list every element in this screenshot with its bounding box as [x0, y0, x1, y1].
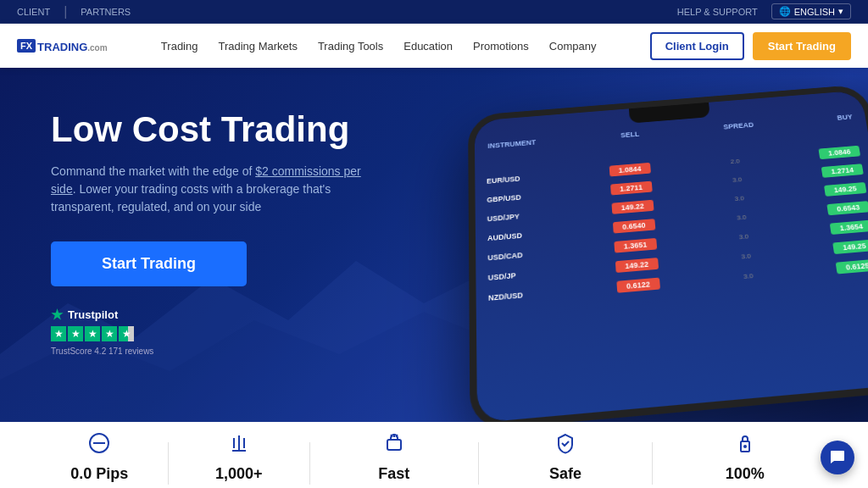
safe-value: Safe	[549, 465, 581, 483]
pair-name: NZD/USD	[488, 290, 541, 302]
divider-3	[478, 442, 479, 485]
hero-content: Low Cost Trading Command the market with…	[51, 110, 407, 356]
language-button[interactable]: 🌐 ENGLISH ▾	[771, 3, 851, 19]
ask-button[interactable]: 1.3654	[830, 220, 868, 235]
fast-value: Fast	[378, 465, 409, 483]
nav-promotions[interactable]: Promotions	[473, 40, 529, 53]
spread-value: 2.0	[722, 157, 748, 165]
tp-stars: ★ ★ ★ ★ ★	[51, 326, 407, 341]
divider-1	[168, 442, 169, 485]
pair-name: USD/JP	[488, 269, 540, 282]
phone-device: INSTRUMENT SELL SPREAD BUY EUR/USD 1.084…	[468, 84, 868, 422]
stat-segregation: 100% Segregation Client Funds	[693, 431, 798, 489]
ask-button[interactable]: 149.25	[832, 239, 868, 254]
top-bar: CLIENT | PARTNERS HELP & SUPPORT 🌐 ENGLI…	[0, 0, 868, 24]
phone-col-pair: INSTRUMENT	[487, 138, 536, 149]
phone-mockup: INSTRUMENT SELL SPREAD BUY EUR/USD 1.084…	[468, 84, 868, 422]
help-text: HELP & SUPPORT	[677, 7, 758, 17]
segregation-value: 100%	[726, 465, 765, 483]
spread-value: 3.0	[733, 251, 760, 260]
phone-col-ask: BUY	[837, 113, 853, 121]
phone-col-spread: SPREAD	[723, 121, 754, 131]
bid-button[interactable]: 1.3651	[614, 238, 657, 253]
spread-value: 3.0	[731, 231, 757, 241]
svg-point-11	[743, 445, 747, 448]
stat-fast: Fast Deposit & Withdrawal	[349, 431, 438, 489]
logo-fx: FX	[20, 41, 32, 51]
spread-value: 3.0	[725, 175, 750, 184]
tp-star-3: ★	[85, 326, 100, 341]
pair-name: EUR/USD	[487, 174, 537, 186]
start-trading-nav-button[interactable]: Start Trading	[753, 32, 851, 60]
divider-2	[309, 442, 310, 485]
trustpilot-label: ★ Trustpilot	[51, 307, 407, 323]
ask-button[interactable]: 1.2714	[821, 164, 864, 178]
trustpilot: ★ Trustpilot ★ ★ ★ ★ ★ TrustScore 4.2 17…	[51, 307, 407, 356]
client-login-button[interactable]: Client Login	[650, 32, 744, 60]
divider: |	[64, 4, 67, 19]
pips-icon	[87, 431, 111, 460]
chat-icon	[829, 449, 846, 466]
spread-value: 3.0	[726, 193, 752, 202]
bid-button[interactable]: 1.0844	[609, 163, 650, 177]
pair-name: USD/CAD	[487, 250, 539, 263]
phone-trading-list: EUR/USD 1.0844 2.0 1.0846 GBP/USD 1.2711…	[481, 142, 868, 308]
nav-company[interactable]: Company	[549, 40, 597, 53]
stats-bar: 0.0 Pips Raw Spread 1,000+ CFDs products	[0, 422, 868, 488]
top-bar-left: CLIENT | PARTNERS	[17, 4, 131, 19]
spread-value: 3.0	[735, 271, 761, 280]
nav-education[interactable]: Education	[403, 40, 453, 53]
segregation-icon	[733, 431, 757, 460]
navigation: FX TRADING.com Trading Trading Markets T…	[0, 24, 868, 68]
pair-name: GBP/USD	[487, 192, 537, 204]
pair-name: USD/JPY	[487, 211, 538, 223]
logo-trading-text: TRADING.com	[37, 37, 108, 55]
stat-cfds: 1,000+ CFDs products	[208, 431, 270, 489]
bid-button[interactable]: 149.22	[611, 200, 654, 214]
ask-button[interactable]: 149.25	[824, 182, 866, 197]
start-trading-hero-button[interactable]: Start Trading	[51, 241, 247, 286]
ask-button[interactable]: 0.6543	[826, 201, 868, 215]
trustpilot-star-icon: ★	[51, 307, 63, 323]
divider-4	[652, 442, 653, 485]
fast-icon	[382, 431, 406, 460]
bid-button[interactable]: 0.6540	[613, 219, 655, 233]
logo-fx-box: FX	[17, 39, 36, 53]
lang-label: ENGLISH	[794, 7, 835, 17]
nav-trading-tools[interactable]: Trading Tools	[318, 40, 383, 53]
ask-button[interactable]: 1.0846	[818, 146, 860, 159]
phone-col-bid: SELL	[620, 130, 640, 140]
trustpilot-score: TrustScore 4.2 171 reviews	[51, 347, 407, 356]
hero-title: Low Cost Trading	[51, 110, 407, 149]
nav-actions: Client Login Start Trading	[650, 32, 851, 60]
trustpilot-name: Trustpilot	[68, 308, 118, 321]
logo[interactable]: FX TRADING.com	[17, 37, 108, 55]
nav-links: Trading Trading Markets Trading Tools Ed…	[161, 40, 597, 53]
bid-button[interactable]: 149.22	[615, 258, 659, 273]
tp-star-1: ★	[51, 326, 66, 341]
nav-trading[interactable]: Trading	[161, 40, 198, 53]
hero-section: Low Cost Trading Command the market with…	[0, 68, 868, 422]
chat-bubble[interactable]	[821, 441, 854, 474]
stat-safe: Safe Fully Regulated Broker	[518, 431, 613, 489]
stat-pips: 0.0 Pips Raw Spread	[70, 431, 128, 489]
pips-value: 0.0 Pips	[70, 465, 128, 483]
spread-value: 3.0	[728, 213, 754, 222]
tp-star-5: ★	[119, 326, 134, 341]
svg-rect-6	[387, 440, 401, 450]
tp-star-4: ★	[102, 326, 117, 341]
bid-button[interactable]: 0.6122	[616, 278, 660, 293]
nav-trading-markets[interactable]: Trading Markets	[218, 40, 297, 53]
bid-button[interactable]: 1.2711	[610, 181, 653, 196]
cfds-icon	[227, 431, 251, 460]
partners-link[interactable]: PARTNERS	[81, 7, 131, 17]
safe-icon	[554, 431, 577, 460]
cfds-value: 1,000+	[215, 465, 263, 483]
ask-button[interactable]: 0.6125	[836, 259, 868, 274]
phone-screen: INSTRUMENT SELL SPREAD BUY EUR/USD 1.084…	[475, 91, 868, 422]
pair-name: AUD/USD	[487, 230, 538, 243]
top-bar-right: HELP & SUPPORT 🌐 ENGLISH ▾	[677, 3, 851, 19]
tp-star-2: ★	[68, 326, 83, 341]
client-link[interactable]: CLIENT	[17, 7, 50, 17]
hero-subtitle: Command the market with the edge of $2 c…	[51, 163, 373, 216]
